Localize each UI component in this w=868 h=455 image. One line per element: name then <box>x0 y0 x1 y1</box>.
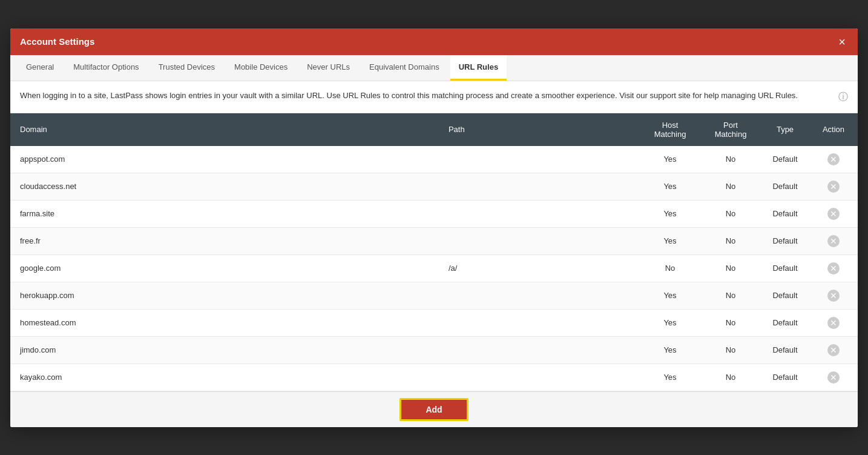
cell-type: Default <box>761 282 809 309</box>
table-row: google.com/a/NoNoDefault✕ <box>10 254 858 282</box>
cell-domain: free.fr <box>10 227 439 254</box>
cell-domain: herokuapp.com <box>10 282 439 309</box>
cell-action: ✕ <box>809 364 858 391</box>
cell-domain: farma.site <box>10 200 439 227</box>
cell-type: Default <box>761 364 809 391</box>
col-port-matching: PortMatching <box>700 113 761 146</box>
cell-port-matching: No <box>700 364 761 391</box>
table-row: cloudaccess.netYesNoDefault✕ <box>10 173 858 200</box>
delete-button[interactable]: ✕ <box>827 262 840 274</box>
cell-domain: homestead.com <box>10 309 439 336</box>
table-wrapper: Domain Path HostMatching PortMatching Ty… <box>10 113 858 391</box>
delete-button[interactable]: ✕ <box>827 181 840 193</box>
cell-type: Default <box>761 254 809 282</box>
col-type: Type <box>761 113 809 146</box>
cell-path: /a/ <box>439 254 640 282</box>
info-text: When logging in to a site, LastPass show… <box>20 90 798 102</box>
cell-type: Default <box>761 309 809 336</box>
info-icon[interactable]: ⓘ <box>838 90 848 104</box>
delete-button[interactable]: ✕ <box>827 153 840 165</box>
cell-path <box>439 309 640 336</box>
cell-host-matching: No <box>640 254 700 282</box>
delete-button[interactable]: ✕ <box>827 290 840 302</box>
close-button[interactable]: × <box>836 36 848 48</box>
cell-host-matching: Yes <box>640 364 700 391</box>
url-rules-table: Domain Path HostMatching PortMatching Ty… <box>10 113 858 391</box>
cell-port-matching: No <box>700 309 761 336</box>
tab-bar: General Multifactor Options Trusted Devi… <box>10 55 858 81</box>
cell-path <box>439 364 640 391</box>
cell-path <box>439 200 640 227</box>
cell-type: Default <box>761 336 809 364</box>
tab-mobile-devices[interactable]: Mobile Devices <box>226 55 296 81</box>
account-settings-modal: Account Settings × General Multifactor O… <box>10 28 858 427</box>
tab-equivalent-domains[interactable]: Equivalent Domains <box>361 55 448 81</box>
cell-port-matching: No <box>700 336 761 364</box>
cell-action: ✕ <box>809 146 858 173</box>
cell-port-matching: No <box>700 146 761 173</box>
delete-button[interactable]: ✕ <box>827 371 840 384</box>
table-row: kayako.comYesNoDefault✕ <box>10 364 858 391</box>
table-row: homestead.comYesNoDefault✕ <box>10 309 858 336</box>
cell-path <box>439 282 640 309</box>
cell-path <box>439 227 640 254</box>
table-row: appspot.comYesNoDefault✕ <box>10 146 858 173</box>
cell-port-matching: No <box>700 200 761 227</box>
cell-action: ✕ <box>809 282 858 309</box>
cell-port-matching: No <box>700 254 761 282</box>
col-host-matching: HostMatching <box>640 113 700 146</box>
cell-type: Default <box>761 173 809 200</box>
cell-action: ✕ <box>809 173 858 200</box>
cell-type: Default <box>761 200 809 227</box>
cell-port-matching: No <box>700 282 761 309</box>
col-domain: Domain <box>10 113 439 146</box>
modal-overlay: Account Settings × General Multifactor O… <box>0 0 868 455</box>
cell-action: ✕ <box>809 200 858 227</box>
cell-type: Default <box>761 227 809 254</box>
cell-port-matching: No <box>700 227 761 254</box>
table-row: jimdo.comYesNoDefault✕ <box>10 336 858 364</box>
col-action: Action <box>809 113 858 146</box>
tab-url-rules[interactable]: URL Rules <box>450 55 507 81</box>
delete-button[interactable]: ✕ <box>827 208 840 220</box>
delete-button[interactable]: ✕ <box>827 317 840 329</box>
cell-action: ✕ <box>809 336 858 364</box>
modal-title: Account Settings <box>20 36 94 47</box>
tab-multifactor[interactable]: Multifactor Options <box>65 55 147 81</box>
cell-domain: appspot.com <box>10 146 439 173</box>
cell-domain: kayako.com <box>10 364 439 391</box>
cell-host-matching: Yes <box>640 146 700 173</box>
cell-host-matching: Yes <box>640 173 700 200</box>
col-path: Path <box>439 113 640 146</box>
table-row: free.frYesNoDefault✕ <box>10 227 858 254</box>
info-bar: When logging in to a site, LastPass show… <box>10 81 858 113</box>
cell-host-matching: Yes <box>640 309 700 336</box>
tab-general[interactable]: General <box>18 55 62 81</box>
modal-header: Account Settings × <box>10 28 858 55</box>
cell-domain: cloudaccess.net <box>10 173 439 200</box>
tab-never-urls[interactable]: Never URLs <box>298 55 358 81</box>
add-button[interactable]: Add <box>399 398 468 421</box>
cell-type: Default <box>761 146 809 173</box>
delete-button[interactable]: ✕ <box>827 235 840 247</box>
cell-host-matching: Yes <box>640 227 700 254</box>
modal-footer: Add <box>10 391 858 427</box>
cell-domain: google.com <box>10 254 439 282</box>
cell-action: ✕ <box>809 254 858 282</box>
cell-path <box>439 173 640 200</box>
cell-host-matching: Yes <box>640 200 700 227</box>
table-header-row: Domain Path HostMatching PortMatching Ty… <box>10 113 858 146</box>
cell-domain: jimdo.com <box>10 336 439 364</box>
cell-port-matching: No <box>700 173 761 200</box>
table-row: herokuapp.comYesNoDefault✕ <box>10 282 858 309</box>
cell-host-matching: Yes <box>640 336 700 364</box>
cell-action: ✕ <box>809 227 858 254</box>
table-row: farma.siteYesNoDefault✕ <box>10 200 858 227</box>
cell-action: ✕ <box>809 309 858 336</box>
delete-button[interactable]: ✕ <box>827 344 840 356</box>
cell-host-matching: Yes <box>640 282 700 309</box>
cell-path <box>439 336 640 364</box>
cell-path <box>439 146 640 173</box>
tab-trusted-devices[interactable]: Trusted Devices <box>150 55 223 81</box>
table-body: appspot.comYesNoDefault✕cloudaccess.netY… <box>10 146 858 391</box>
